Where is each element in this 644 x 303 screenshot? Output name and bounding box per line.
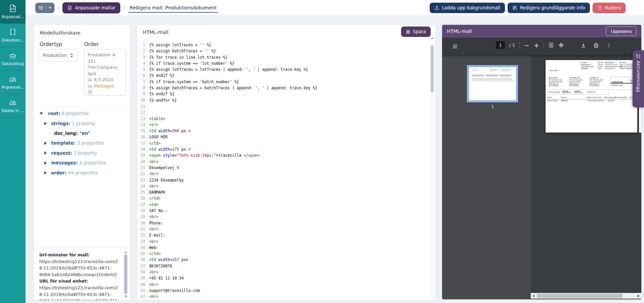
code-line[interactable]: {% if trace.system == 'lot_number' %}	[149, 60, 430, 66]
sidebar-item[interactable]: Anpassad...	[0, 70, 26, 94]
breadcrumb-templates-link[interactable]: Anpassade mallar	[62, 2, 120, 13]
code-line[interactable]: {% assign lotTraces = lotTraces | append…	[149, 66, 430, 72]
line-number: 24	[137, 183, 145, 189]
expand-arrow-icon[interactable]	[44, 161, 47, 165]
tree-node-template[interactable]: template:3 properties	[34, 138, 130, 148]
more-options-icon[interactable]	[606, 43, 612, 48]
zoom-in-icon[interactable]: +	[534, 42, 539, 49]
tree-node-root[interactable]: root:6 properties	[34, 109, 130, 118]
selected-order-card[interactable]: Produktion #351The CompanyApS8.5.2024Mot…	[84, 49, 126, 96]
tree-node-messages[interactable]: messages:3 properties	[34, 158, 130, 168]
collapse-arrow-icon[interactable]	[40, 112, 43, 115]
code-line[interactable]: DANMARK	[149, 189, 430, 195]
code-line[interactable]: VAT No.:	[149, 208, 430, 214]
template-name-input[interactable]: Redigera mall: Produktionsdokument	[128, 3, 218, 13]
sidebar-item[interactable]: Anpassad...	[0, 0, 26, 23]
editor-scrollbar[interactable]	[430, 41, 434, 299]
code-line[interactable]: Eksempelvej 5	[149, 165, 430, 171]
upload-background-template-button[interactable]: Ladda upp bakgrundsmall	[430, 3, 505, 13]
zoom-out-icon[interactable]: −	[524, 42, 529, 49]
update-button[interactable]: Uppdatera	[606, 27, 637, 36]
code-line[interactable]: <span style="font-size:14px;">tracezilla…	[149, 152, 430, 158]
scrollbar-thumb[interactable]	[431, 45, 434, 92]
clear-order-icon[interactable]	[88, 89, 123, 96]
code-line[interactable]: <br>	[149, 159, 430, 165]
page-number-input[interactable]: 1	[496, 41, 505, 49]
scroll-right-arrow[interactable]	[638, 295, 640, 297]
code-line[interactable]: </td>	[149, 251, 430, 257]
save-button[interactable]: Spara	[401, 27, 431, 37]
scroll-down-arrow[interactable]	[125, 296, 127, 297]
code-line[interactable]: {% assign batchTraces = batchTraces | ap…	[149, 85, 430, 91]
code-line[interactable]	[149, 103, 430, 109]
print-icon[interactable]	[593, 43, 599, 48]
fit-to-page-icon[interactable]	[548, 42, 554, 48]
code-line[interactable]: <td width=157 px>	[149, 257, 430, 263]
tree-node-strings[interactable]: strings:1 property	[34, 118, 130, 128]
sidebar-item[interactable]: Datautdrag	[0, 47, 26, 70]
sidebar-toggle-icon[interactable]	[452, 44, 458, 49]
code-line[interactable]: {% assign batchTraces = '' %}	[149, 48, 430, 54]
code-line[interactable]: Web:	[149, 245, 430, 251]
code-line[interactable]: DK39720876	[149, 263, 430, 269]
code-line[interactable]: <br>	[149, 239, 430, 245]
code-line[interactable]: </td>	[149, 140, 430, 146]
url-panel-scrollbar[interactable]	[123, 250, 127, 298]
sidebar-item[interactable]: Dokumen...	[0, 23, 26, 47]
code-line[interactable]: {% endfor %}	[149, 97, 430, 103]
code-line[interactable]: support@tracezilla.com	[149, 288, 430, 294]
page-thumbnail[interactable]	[467, 65, 518, 102]
rotate-icon[interactable]	[558, 42, 564, 48]
code-line[interactable]: {% assign lotTraces = '' %}	[149, 42, 430, 48]
code-line[interactable]: {% endif %}	[149, 72, 430, 79]
code-line[interactable]: 1234 Eksempelby	[149, 177, 430, 183]
scroll-left-arrow[interactable]	[532, 295, 534, 297]
ordertype-select[interactable]: Produktion	[38, 49, 78, 61]
line-number: 30	[137, 220, 145, 226]
scrollbar-thumb[interactable]	[124, 254, 127, 294]
code-line[interactable]: Phone:	[149, 220, 430, 226]
code-content[interactable]: {% assign lotTraces = '' %}{% assign bat…	[149, 40, 430, 300]
expand-arrow-icon[interactable]	[44, 142, 47, 145]
pdf-page-view[interactable]: PRODUKTION Ordrenr: 351 Leveres 08.05.20…	[531, 55, 641, 299]
tree-node-request[interactable]: request:1 property	[34, 148, 130, 158]
activity-log-tab[interactable]: Aktivitetslogg	[633, 50, 644, 107]
code-line[interactable]: <br>	[149, 226, 430, 232]
code-line[interactable]: <br>	[149, 171, 430, 177]
code-line[interactable]: <br>	[149, 214, 430, 220]
code-line[interactable]: {% if trace.system == 'batch_number' %}	[149, 79, 430, 85]
code-line[interactable]	[149, 109, 430, 115]
scroll-up-arrow[interactable]	[125, 251, 127, 253]
tree-node-label: request:	[51, 151, 72, 156]
tree-node-order[interactable]: order:49 properties	[34, 168, 130, 178]
code-line[interactable]: <br>	[149, 183, 430, 189]
code-line[interactable]: +45 81 11 10 34	[149, 275, 430, 281]
code-line[interactable]: <table>	[149, 116, 430, 122]
history-dropdown-button[interactable]	[35, 3, 54, 13]
code-line[interactable]: </td>	[149, 195, 430, 201]
code-line[interactable]: <tr>	[149, 122, 430, 128]
horizontal-scrollbar[interactable]	[531, 293, 641, 299]
download-icon[interactable]	[581, 43, 586, 48]
expand-arrow-icon[interactable]	[44, 151, 47, 155]
code-line[interactable]: {% endif %}	[149, 91, 430, 97]
code-line[interactable]: <br>	[149, 269, 430, 275]
code-line[interactable]: LOGO HER	[149, 134, 430, 140]
tree-node-doc_lang[interactable]: doc_lang:"en"	[34, 129, 130, 138]
scroll-up-arrow[interactable]	[431, 37, 434, 39]
code-line[interactable]: {% for trace in line.lot.traces %}	[149, 54, 430, 60]
sidebar-item[interactable]: Bädda in ...	[0, 94, 26, 117]
delete-button[interactable]: Radera	[593, 3, 626, 13]
expand-arrow-icon[interactable]	[44, 171, 47, 174]
code-line[interactable]: <td width=360 px >	[149, 128, 430, 134]
code-line[interactable]: <br>	[149, 294, 430, 300]
edit-basic-info-button[interactable]: Redigera grundläggande info	[508, 3, 590, 13]
code-line[interactable]: <br>	[149, 282, 430, 288]
code-line[interactable]: E-mail:	[149, 232, 430, 238]
code-line[interactable]: <td>	[149, 202, 430, 208]
code-editor[interactable]: 1234567891011121314151617181920212223242…	[137, 40, 435, 300]
expand-arrow-icon[interactable]	[44, 122, 47, 125]
pdf-text: Transportør	[587, 91, 596, 93]
code-line[interactable]: <td width=175 px >	[149, 146, 430, 152]
scrollbar-thumb[interactable]	[537, 294, 622, 298]
